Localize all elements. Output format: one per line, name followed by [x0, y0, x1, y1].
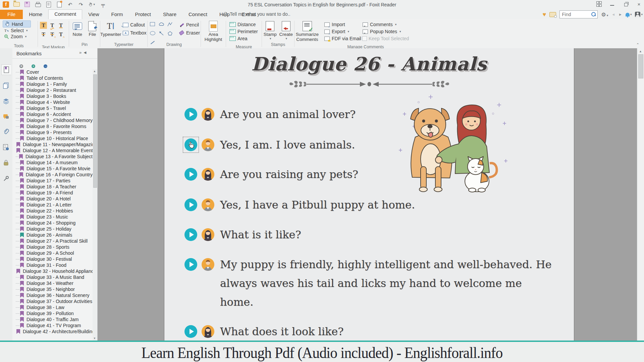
area-button[interactable]: Area — [228, 36, 262, 42]
oval-shape-icon[interactable] — [150, 31, 155, 36]
play-audio-button[interactable] — [184, 138, 197, 151]
attachments-panel-icon[interactable] — [1, 127, 11, 137]
bookmark-item[interactable]: Dialogue 35 - Neighbor — [12, 286, 93, 292]
bookmark-item[interactable]: Dialogue 1 - Family — [12, 81, 93, 87]
popup-notes-button[interactable]: Popup Notes▾ — [361, 28, 411, 35]
polyline-shape-icon[interactable] — [167, 22, 173, 26]
find-input[interactable] — [560, 12, 591, 17]
hand-tool-button[interactable]: Hand — [3, 20, 31, 27]
layers-panel-icon[interactable] — [1, 96, 11, 106]
bookmark-item[interactable]: Dialogue 28 - Sports — [12, 244, 93, 250]
ribbon-tab[interactable]: Form — [105, 10, 129, 19]
bookmark-item[interactable]: Dialogue 41 - TV Program — [12, 322, 93, 328]
bookmarks-scrollbar[interactable]: ▲▼ — [93, 69, 97, 362]
textbox-button[interactable]: A Textbox — [121, 30, 148, 36]
bookmark-item[interactable]: Dialogue 26 - Animals — [12, 232, 93, 238]
pentagon-shape-icon[interactable] — [167, 31, 173, 36]
bookmark-item[interactable]: Dialogue 7 - Childhood Memory — [12, 117, 93, 123]
delete-bookmark-button[interactable]: ✕ — [15, 60, 22, 68]
distance-button[interactable]: Distance — [228, 21, 262, 27]
bookmark-item[interactable]: Dialogue 20 - A Hotel — [12, 196, 93, 202]
bookmark-item[interactable]: Dialogue 37 - Outdoor Activities — [12, 298, 93, 304]
document-scrollbar[interactable]: ▲ — [637, 48, 644, 362]
play-audio-button[interactable] — [184, 168, 197, 181]
add-bookmark-button[interactable]: + — [27, 60, 35, 68]
security-panel-icon[interactable] — [1, 158, 11, 168]
bookmark-item[interactable]: Dialogue 13 - A Favorite Subject — [12, 154, 93, 160]
bookmark-item[interactable]: Dialogue 24 - Shopping — [12, 220, 93, 226]
bookmarks-panel-icon[interactable] — [1, 64, 11, 75]
insert-text-icon[interactable]: T — [57, 31, 64, 38]
bookmark-item[interactable]: Dialogue 4 - Website — [12, 99, 93, 105]
bookmark-item[interactable]: Dialogue 22 - Hobbies — [12, 208, 93, 214]
comments-panel-icon[interactable] — [1, 112, 11, 122]
ribbon-tab[interactable]: Comment — [48, 9, 82, 19]
play-audio-button[interactable] — [184, 325, 197, 338]
properties-panel-icon[interactable] — [1, 174, 11, 184]
find-box[interactable] — [559, 10, 598, 18]
bookmark-item[interactable]: Dialogue 8 - Favorite Rooms — [12, 123, 93, 129]
restore-button[interactable] — [623, 1, 629, 7]
select-tool-button[interactable]: T Select▾ — [3, 27, 38, 34]
underline-text-icon[interactable]: T — [57, 22, 64, 29]
bookmark-item[interactable]: Dialogue 32 - Household Appliance — [12, 268, 93, 274]
area-highlight-button[interactable]: Area Highlight — [201, 19, 226, 42]
play-audio-button[interactable] — [184, 108, 197, 121]
fdf-via-email-button[interactable]: FDF via Email — [323, 36, 360, 42]
ribbon-tab[interactable]: Home — [23, 10, 48, 19]
bookmark-item[interactable]: Dialogue 19 - A Friend — [12, 190, 93, 196]
document-viewport[interactable]: Dialogue 26 - Animals — [98, 48, 644, 362]
bookmark-item[interactable]: Dialogue 39 - Pollution — [12, 310, 93, 316]
document-scrollbar-thumb[interactable] — [638, 54, 643, 78]
highlight-text-icon[interactable]: T — [40, 22, 47, 29]
bookmark-item[interactable]: Dialogue 40 - Traffic Jam — [12, 316, 93, 322]
bookmark-item[interactable]: Dialogue 31 - Food — [12, 262, 93, 268]
bookmark-item[interactable]: Dialogue 2 - Restaurant — [12, 87, 93, 93]
folder-search-icon[interactable] — [549, 12, 556, 17]
bookmark-item[interactable]: Dialogue 6 - Accident — [12, 111, 93, 117]
bookmark-item[interactable]: Dialogue 10 - Historical Place — [12, 135, 93, 141]
comments-menu-button[interactable]: Comments▾ — [361, 21, 411, 27]
account-menu[interactable]: ▾ — [635, 12, 643, 17]
bookmark-item[interactable]: Dialogue 27 - A Practical Skill — [12, 238, 93, 244]
ribbon-tab[interactable]: View — [82, 10, 105, 19]
replace-text-icon[interactable]: T — [49, 31, 56, 38]
ribbon-tab[interactable]: File — [0, 10, 23, 19]
bookmark-item[interactable]: Dialogue 33 - A Music Band — [12, 274, 93, 280]
bookmark-item[interactable]: Dialogue 15 - A Favorite Movie — [12, 166, 93, 172]
close-button[interactable]: × — [636, 1, 642, 7]
ribbon-tab[interactable]: Share — [157, 10, 182, 19]
bookmark-item[interactable]: Dialogue 29 - A School — [12, 250, 93, 256]
bookmark-item[interactable]: Dialogue 38 - Law — [12, 304, 93, 310]
play-audio-button[interactable] — [184, 228, 197, 241]
export-comments-button[interactable]: Export▾ — [323, 28, 360, 35]
cloud-shape-icon[interactable] — [158, 22, 164, 26]
panel-options-icons[interactable]: »◄ — [79, 50, 89, 55]
tell-me-search[interactable]: Tell me what you want to do.. — [223, 11, 290, 17]
bookmark-item[interactable]: Dialogue 9 - Presents — [12, 129, 93, 135]
bookmark-item[interactable]: Dialogue 17 - Parties — [12, 178, 93, 184]
minimize-button[interactable] — [609, 1, 615, 7]
bookmark-item[interactable]: Table of Contents — [12, 75, 93, 81]
bookmark-item[interactable]: Cover — [12, 69, 93, 75]
bookmark-item[interactable]: Dialogue 3 - Books — [12, 93, 93, 99]
bookmark-item[interactable]: Dialogue 11 - Newspaper/Magazine — [12, 141, 93, 147]
bookmark-item[interactable]: Dialogue 34 - Weather — [12, 280, 93, 286]
search-icon[interactable] — [591, 12, 596, 17]
bookmark-item[interactable]: Dialogue 16 - A Foreign Country — [12, 172, 93, 178]
import-comments-button[interactable]: Import — [323, 21, 360, 27]
scrollbar-thumb[interactable] — [93, 74, 97, 188]
summarize-comments-button[interactable]: Summarize Comments — [294, 19, 320, 42]
squiggly-underline-icon[interactable]: T — [49, 22, 56, 29]
bookmark-item[interactable]: Dialogue 36 - Natural Scenery — [12, 292, 93, 298]
keep-tool-selected-checkbox[interactable]: Keep Tool Selected — [361, 36, 411, 42]
back-icon[interactable]: ◄ — [611, 12, 615, 16]
bookmark-item[interactable]: Dialogue 30 - Festival — [12, 256, 93, 262]
bookmark-item[interactable]: Dialogue 5 - Travel — [12, 105, 93, 111]
bookmark-item[interactable]: Dialogue 25 - Holiday — [12, 226, 93, 232]
zoom-tool-button[interactable]: Zoom▾ — [3, 34, 38, 40]
forward-icon[interactable]: ► — [619, 12, 622, 16]
bookmark-item[interactable]: Dialogue 14 - A museum — [12, 160, 93, 166]
rectangle-shape-icon[interactable] — [150, 22, 155, 26]
pencil-button[interactable]: Pencil — [177, 22, 201, 28]
